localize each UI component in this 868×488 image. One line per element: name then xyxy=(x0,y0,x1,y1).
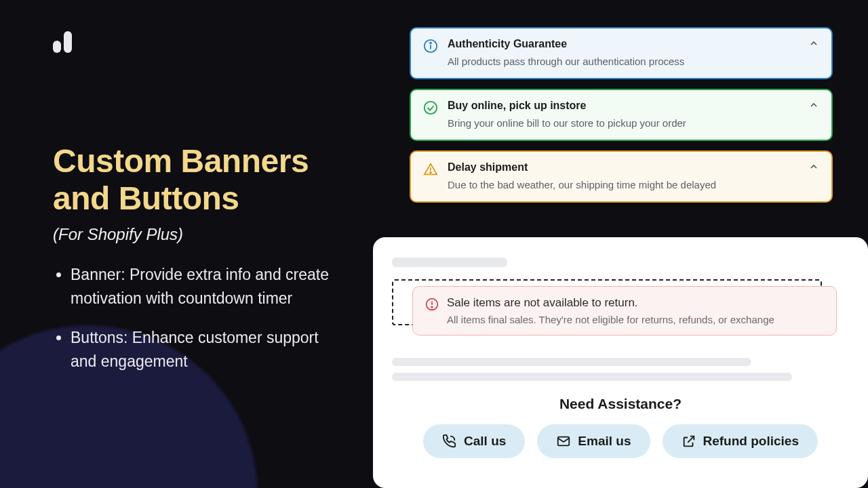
external-link-icon xyxy=(682,434,696,449)
svg-point-3 xyxy=(425,102,437,114)
banner-desc: All products pass through our authentica… xyxy=(448,56,819,67)
banner-info[interactable]: Authenticity Guarantee All products pass… xyxy=(410,27,833,79)
placeholder-line xyxy=(392,258,507,267)
banner-title: Buy online, pick up instore xyxy=(448,100,819,112)
banner-success[interactable]: Buy online, pick up instore Bring your o… xyxy=(410,89,833,141)
chevron-up-icon[interactable] xyxy=(808,38,819,49)
dashed-dropzone: Sale items are not available to return. … xyxy=(392,279,822,325)
svg-point-8 xyxy=(431,306,433,308)
email-us-button[interactable]: Email us xyxy=(537,424,650,458)
button-label: Email us xyxy=(578,434,631,449)
error-title: Sale items are not available to return. xyxy=(447,296,774,310)
banner-desc: Bring your online bill to our store to p… xyxy=(448,117,819,129)
phone-icon xyxy=(442,434,457,449)
banner-warning[interactable]: Delay shipment Due to the bad weather, o… xyxy=(410,150,833,203)
banner-title: Delay shipment xyxy=(448,161,819,174)
error-icon xyxy=(425,298,439,311)
assist-heading: Need Assistance? xyxy=(392,396,849,412)
chevron-up-icon[interactable] xyxy=(808,100,819,110)
checkout-panel: Sale items are not available to return. … xyxy=(373,237,868,488)
check-circle-icon xyxy=(423,100,438,115)
svg-point-5 xyxy=(430,172,431,174)
refund-policies-button[interactable]: Refund policies xyxy=(663,424,818,458)
logo xyxy=(53,31,72,53)
bullet-item: Banner: Provide extra info and create mo… xyxy=(71,263,338,310)
chevron-up-icon[interactable] xyxy=(808,161,819,172)
button-label: Call us xyxy=(464,434,506,449)
banner-stack: Authenticity Guarantee All products pass… xyxy=(410,27,833,203)
subtitle: (For Shopify Plus) xyxy=(53,225,338,244)
button-label: Refund policies xyxy=(703,434,799,449)
marketing-copy: Custom Banners and Buttons (For Shopify … xyxy=(53,142,338,389)
assist-button-row: Call us Email us Refund policies xyxy=(392,424,849,458)
error-desc: All items final sales. They're not eligi… xyxy=(447,314,774,325)
mail-icon xyxy=(556,434,571,449)
placeholder-line xyxy=(392,373,792,381)
page-title: Custom Banners and Buttons xyxy=(53,142,338,217)
banner-error[interactable]: Sale items are not available to return. … xyxy=(412,286,837,336)
info-icon xyxy=(423,39,438,54)
warning-icon xyxy=(423,162,438,177)
banner-desc: Due to the bad weather, our shipping tim… xyxy=(448,179,819,190)
call-us-button[interactable]: Call us xyxy=(423,424,525,458)
svg-point-2 xyxy=(430,43,431,44)
placeholder-line xyxy=(392,358,751,366)
banner-title: Authenticity Guarantee xyxy=(448,38,819,50)
bullet-item: Buttons: Enhance customer support and en… xyxy=(71,326,338,373)
